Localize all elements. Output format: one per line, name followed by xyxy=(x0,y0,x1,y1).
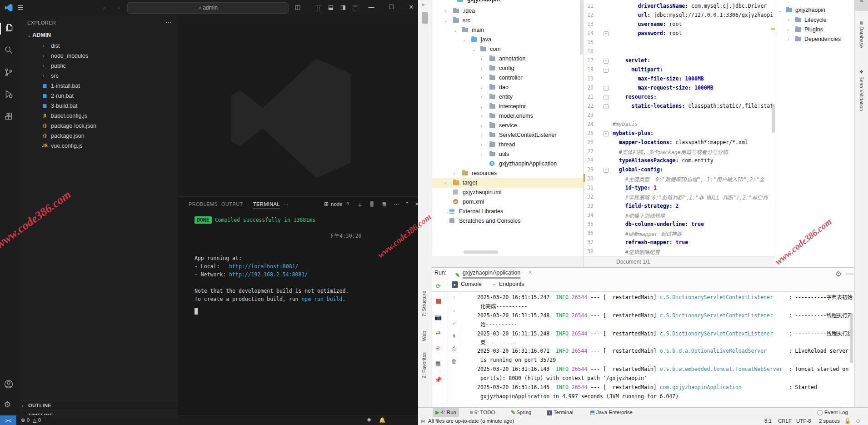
explorer-folder-public[interactable]: ›public xyxy=(19,61,178,71)
chevron-down-icon[interactable]: ⌄ xyxy=(444,16,448,25)
tool-run-button[interactable]: ▶ 4: Run xyxy=(433,408,459,417)
editor-scrollbar[interactable] xyxy=(772,104,775,133)
explorer-folder-node_modules[interactable]: ›node_modules xyxy=(19,51,178,61)
toggle-secondary-sidebar-icon[interactable]: ◨ xyxy=(339,4,347,10)
fold-marker-icon[interactable]: – xyxy=(604,59,609,64)
chevron-right-icon[interactable]: › xyxy=(481,92,482,102)
remote-indicator[interactable]: >< xyxy=(0,415,16,425)
explorer-folder-dist[interactable]: ›dist xyxy=(19,41,178,51)
rerun-icon[interactable]: ⟳ xyxy=(434,282,443,291)
feedback-icon[interactable]: ☻ xyxy=(366,417,372,422)
console-scrollbar[interactable] xyxy=(850,313,853,363)
run-minimize-icon[interactable]: — xyxy=(846,270,853,278)
tool-terminal-button[interactable]: › Terminal xyxy=(544,408,576,417)
fold-marker-icon[interactable]: – xyxy=(604,86,609,91)
new-terminal-icon[interactable]: ＋ xyxy=(356,201,364,209)
fold-marker-icon[interactable]: – xyxy=(604,168,609,173)
menu-icon[interactable]: ☰ xyxy=(16,4,25,12)
window-minimize-icon[interactable]: — xyxy=(367,4,375,10)
chevron-down-icon[interactable]: ⌄ xyxy=(454,25,457,35)
chevron-right-icon[interactable]: › xyxy=(481,83,482,92)
split-editor-icon[interactable]: ⿲ xyxy=(314,4,323,12)
toggle-sidebar-icon[interactable]: ◫ xyxy=(294,4,302,10)
tool-todo-button[interactable]: ≡ 6: TODO xyxy=(467,408,498,417)
run-settings-gear-icon[interactable]: ⚙ xyxy=(835,270,842,278)
event-log-button[interactable]: ◯ Event Log xyxy=(814,408,851,417)
chevron-right-icon[interactable]: › xyxy=(454,169,455,178)
stop-icon[interactable] xyxy=(434,297,443,306)
tool-maven-selected[interactable]: Maven xyxy=(855,0,868,11)
scroll-down-icon[interactable]: ↓ xyxy=(450,307,458,314)
line-separator[interactable]: CRLF xyxy=(778,417,792,425)
explorer-file-2-run.bat[interactable]: ▦2-run.bat xyxy=(19,91,178,101)
source-control-icon[interactable] xyxy=(4,67,15,79)
tool-web[interactable]: Web xyxy=(421,331,427,341)
terminal-shell-label[interactable]: node xyxy=(331,201,343,207)
fold-marker-icon[interactable]: – xyxy=(604,104,609,109)
chevron-down-icon[interactable]: ⌄ xyxy=(463,35,466,45)
chevron-right-icon[interactable]: › xyxy=(481,150,482,159)
caret-position[interactable]: 8:1 xyxy=(764,417,772,425)
clear-console-icon[interactable]: 🗑 xyxy=(450,358,458,365)
chevron-right-icon[interactable]: › xyxy=(444,6,446,16)
tree-hscrollbar[interactable] xyxy=(464,250,498,254)
scroll-to-end-icon[interactable]: ⇟ xyxy=(450,332,458,340)
nav-back-icon[interactable]: ← xyxy=(101,4,109,10)
nav-forward-icon[interactable]: → xyxy=(114,4,122,10)
panel-more-actions-icon[interactable]: ⋯ xyxy=(393,201,400,207)
explorer-file-package.json[interactable]: {}package.json xyxy=(19,131,178,141)
tool-structure[interactable]: 7: Structure xyxy=(421,291,427,317)
account-icon[interactable] xyxy=(4,379,15,391)
search-icon[interactable] xyxy=(4,45,15,57)
toggle-panel-icon[interactable]: ⬓ xyxy=(327,4,335,10)
extensions-icon[interactable] xyxy=(4,111,15,123)
fold-marker-icon[interactable]: – xyxy=(604,68,609,73)
notifications-bell-icon[interactable]: 🔔 xyxy=(379,417,385,423)
tool-window-switcher-icon[interactable]: ⊞ xyxy=(421,418,425,425)
chevron-right-icon[interactable]: › xyxy=(481,102,482,111)
lock-icon[interactable]: 🔓 xyxy=(844,417,851,425)
explorer-root-folder[interactable]: ⌄ ADMIN xyxy=(27,32,51,38)
chevron-right-icon[interactable]: › xyxy=(481,73,482,83)
chevron-right-icon[interactable]: › xyxy=(788,25,789,35)
tool-database[interactable]: ≋ Database xyxy=(859,21,865,48)
soft-wrap-icon[interactable]: ⤶ xyxy=(450,320,458,327)
explorer-file-vue.config.js[interactable]: JSvue.config.js xyxy=(19,141,178,151)
window-maximize-icon[interactable]: ☐ xyxy=(387,4,395,10)
close-tab-icon[interactable]: ✕ xyxy=(528,270,532,275)
split-terminal-icon[interactable]: ⫿⫿ xyxy=(368,201,375,207)
fold-marker-icon[interactable]: – xyxy=(604,95,609,100)
outline-section[interactable]: ›OUTLINE xyxy=(19,400,178,410)
tree-vscrollbar[interactable] xyxy=(580,0,583,55)
tab-terminal[interactable]: TERMINAL xyxy=(253,201,280,209)
chevron-right-icon[interactable]: › xyxy=(481,54,482,64)
hide-stripe-icon[interactable]: ⇤ xyxy=(422,2,426,8)
chevron-right-icon[interactable]: › xyxy=(481,64,482,73)
tool-java-enterprise-button[interactable]: ⬒ Java Enterprise xyxy=(587,408,635,417)
panel-more-tabs-icon[interactable]: ⋯ xyxy=(284,201,289,207)
project-tool-button[interactable] xyxy=(422,12,428,24)
explorer-file-babel.config.js[interactable]: βbabel.config.js xyxy=(19,111,178,121)
command-center-search[interactable]: ⌕ admin xyxy=(127,2,289,14)
chevron-right-icon[interactable]: › xyxy=(788,35,789,44)
chevron-right-icon[interactable]: › xyxy=(481,121,482,130)
shell-dropdown-chevron-icon[interactable]: ∨ xyxy=(344,201,352,205)
thread-dump-camera-icon[interactable]: 📷 xyxy=(434,313,443,322)
pin-icon[interactable]: 📌 xyxy=(434,375,443,385)
update-application-icon[interactable]: ⇄ xyxy=(434,328,443,337)
scroll-up-icon[interactable]: ↑ xyxy=(450,294,458,301)
run-console-output[interactable]: 2025-03-20 16:31:15.247 INFO 26544 --- [… xyxy=(475,291,854,402)
tab-console[interactable]: Console xyxy=(461,281,482,287)
tab-problems[interactable]: PROBLEMS xyxy=(189,201,218,207)
fold-marker-icon[interactable]: – xyxy=(604,31,609,36)
exit-icon[interactable]: ⎆ xyxy=(434,344,443,353)
kill-terminal-icon[interactable]: 🗑 xyxy=(381,201,388,207)
tool-spring-button[interactable]: Spring xyxy=(508,408,534,417)
run-config-tab[interactable]: gxjyzhaopinApplication xyxy=(463,270,520,279)
chevron-down-icon[interactable]: ⌄ xyxy=(472,45,475,54)
print-icon[interactable]: ⎙ xyxy=(450,345,458,352)
ide-updates-icon[interactable]: ☺ xyxy=(855,417,861,425)
explorer-file-package-lock.json[interactable]: {}package-lock.json xyxy=(19,121,178,131)
indent-style[interactable]: 2 spaces xyxy=(819,417,840,425)
fold-marker-icon[interactable]: – xyxy=(604,131,609,136)
